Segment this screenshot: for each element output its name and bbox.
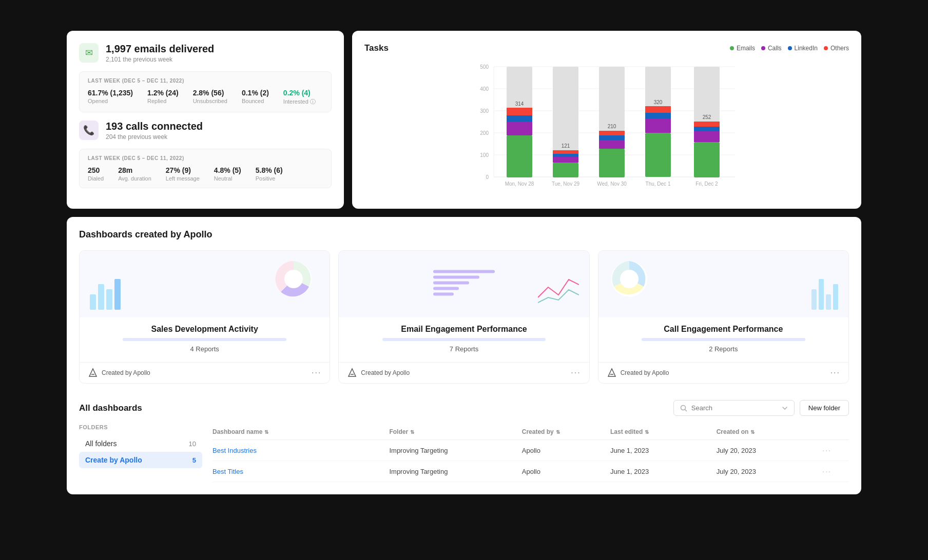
svg-text:Thu, Dec 1: Thu, Dec 1: [646, 181, 671, 187]
metric-left-msg-label: Left message: [166, 175, 200, 182]
metric-dialed: 250 Dialed: [88, 166, 104, 182]
top-row: ✉ 1,997 emails delivered 2,101 the previ…: [67, 31, 861, 209]
td-best-industries-last-edited: June 1, 2023: [610, 447, 717, 454]
folders-label: FOLDERS: [79, 424, 202, 430]
metric-left-msg-value: 27% (9): [166, 166, 200, 174]
svg-point-53: [681, 405, 685, 410]
dash-card-email-creator: Created by Apollo: [347, 368, 410, 378]
dash-card-call-footer: Created by Apollo ···: [598, 362, 848, 383]
legend-linkedin-label: LinkedIn: [795, 45, 818, 52]
tasks-card: Tasks Emails Calls LinkedIn Others: [352, 31, 861, 209]
preview-email-lines: [433, 270, 495, 298]
legend-linkedin-dot: [788, 46, 792, 50]
th-last-edited: Last edited ⇅: [610, 428, 717, 435]
tasks-chart-svg: 0 100 200 300 400 500 314 Mon, Nov 28: [364, 62, 849, 195]
metric-avg-duration-label: Avg. duration: [118, 175, 151, 182]
search-input-wrapper[interactable]: [673, 400, 795, 416]
metric-avg-duration: 28m Avg. duration: [118, 166, 151, 182]
svg-text:100: 100: [480, 152, 489, 158]
dash-card-call-reports: 2 Reports: [607, 345, 840, 353]
svg-text:Mon, Nov 28: Mon, Nov 28: [505, 181, 534, 187]
dash-card-email-dots[interactable]: ···: [571, 368, 581, 377]
preview-pie: [273, 258, 314, 302]
svg-text:Fri, Dec 2: Fri, Dec 2: [695, 181, 718, 187]
metric-left-msg: 27% (9) Left message: [166, 166, 200, 182]
th-created-on: Created on ⇅: [717, 428, 823, 435]
legend-others-label: Others: [830, 45, 849, 52]
svg-rect-16: [507, 115, 532, 122]
folder-item-all-label: All folders: [85, 439, 117, 448]
dash-card-sales-dots[interactable]: ···: [312, 368, 321, 377]
table-row: Best Titles Improving Targeting Apollo J…: [212, 461, 849, 482]
th-created-on-label: Created on: [717, 428, 749, 435]
calls-detail-label: LAST WEEK (DEC 5 – DEC 11, 2022): [88, 155, 323, 161]
th-dashboard-name: Dashboard name ⇅: [212, 428, 389, 435]
dashboard-cards: Sales Development Activity 4 Reports Cre…: [79, 250, 849, 384]
email-stat-block: ✉ 1,997 emails delivered 2,101 the previ…: [79, 43, 332, 63]
td-best-industries-dots[interactable]: ···: [822, 446, 849, 454]
th-folder: Folder ⇅: [389, 428, 521, 435]
email-detail-box: LAST WEEK (DEC 5 – DEC 11, 2022) 61.7% (…: [79, 71, 332, 112]
metric-avg-duration-value: 28m: [118, 166, 151, 174]
dash-card-email-reports: 7 Reports: [347, 345, 581, 353]
sort-icon-folder[interactable]: ⇅: [410, 429, 414, 435]
email-subtitle: 2,101 the previous week: [106, 56, 214, 63]
th-last-edited-label: Last edited: [610, 428, 643, 435]
sort-icon-last-edited[interactable]: ⇅: [645, 429, 649, 435]
metric-opened-value: 61.7% (1,235): [88, 89, 133, 97]
preview-call-bars: [811, 279, 838, 310]
search-input[interactable]: [691, 404, 778, 412]
dash-card-call[interactable]: Call Engagement Performance 2 Reports Cr…: [598, 250, 849, 384]
svg-rect-29: [599, 131, 625, 135]
td-best-industries-created-on: July 20, 2023: [717, 447, 823, 454]
table-section: FOLDERS All folders 10 Create by Apollo …: [79, 424, 849, 482]
svg-rect-38: [645, 118, 671, 133]
search-icon: [680, 405, 687, 412]
legend-others: Others: [824, 45, 849, 52]
svg-text:0: 0: [486, 174, 489, 180]
td-best-titles-dots[interactable]: ···: [822, 467, 849, 475]
dash-card-call-preview: [598, 251, 848, 317]
dash-card-sales[interactable]: Sales Development Activity 4 Reports Cre…: [79, 250, 330, 384]
svg-rect-21: [553, 67, 578, 150]
svg-rect-37: [645, 113, 671, 118]
sort-icon-created-on[interactable]: ⇅: [750, 429, 755, 435]
svg-rect-15: [507, 108, 532, 115]
folder-item-apollo[interactable]: Create by Apollo 5: [79, 452, 202, 468]
metric-unsub: 2.8% (56) Unsubscribed: [193, 89, 227, 106]
calls-metrics: 250 Dialed 28m Avg. duration 27% (9) Lef…: [88, 166, 323, 182]
legend-calls-dot: [761, 46, 765, 50]
td-best-titles-last-edited: June 1, 2023: [610, 468, 717, 475]
dash-card-call-dots[interactable]: ···: [830, 368, 840, 377]
td-best-titles-name[interactable]: Best Titles: [212, 468, 389, 475]
dash-card-sales-body: Sales Development Activity 4 Reports: [80, 317, 330, 362]
preview-bar-1: [90, 294, 96, 310]
sort-icon-dashboard-name[interactable]: ⇅: [264, 429, 268, 435]
td-best-industries-name[interactable]: Best Industries: [212, 447, 389, 454]
svg-text:121: 121: [562, 143, 570, 149]
td-best-titles-created-on: July 20, 2023: [717, 468, 823, 475]
preview-call-bar-4: [833, 284, 838, 310]
dash-card-email-creator-label: Created by Apollo: [361, 369, 410, 376]
svg-text:500: 500: [480, 64, 489, 70]
new-folder-button[interactable]: New folder: [800, 400, 849, 416]
dash-card-email-preview: [339, 251, 589, 317]
svg-rect-18: [507, 135, 532, 177]
svg-rect-22: [553, 150, 578, 154]
svg-text:314: 314: [515, 101, 524, 107]
calls-title: 193 calls connected: [106, 121, 203, 132]
svg-rect-17: [507, 122, 532, 135]
svg-rect-44: [694, 127, 720, 131]
dash-card-sales-reports: 4 Reports: [88, 345, 321, 353]
dash-card-sales-footer: Created by Apollo ···: [80, 362, 330, 383]
folder-item-all[interactable]: All folders 10: [79, 435, 202, 452]
legend-emails-dot: [730, 46, 734, 50]
dash-card-email[interactable]: Email Engagement Performance 7 Reports C…: [338, 250, 589, 384]
sort-icon-created-by[interactable]: ⇅: [556, 429, 560, 435]
dash-card-call-creator-label: Created by Apollo: [621, 369, 669, 376]
metric-unsub-label: Unsubscribed: [193, 98, 227, 104]
email-detail-label: LAST WEEK (DEC 5 – DEC 11, 2022): [88, 78, 323, 84]
svg-text:200: 200: [480, 130, 489, 136]
dash-card-email-body: Email Engagement Performance 7 Reports: [339, 317, 589, 362]
preview-line-2: [433, 276, 479, 279]
